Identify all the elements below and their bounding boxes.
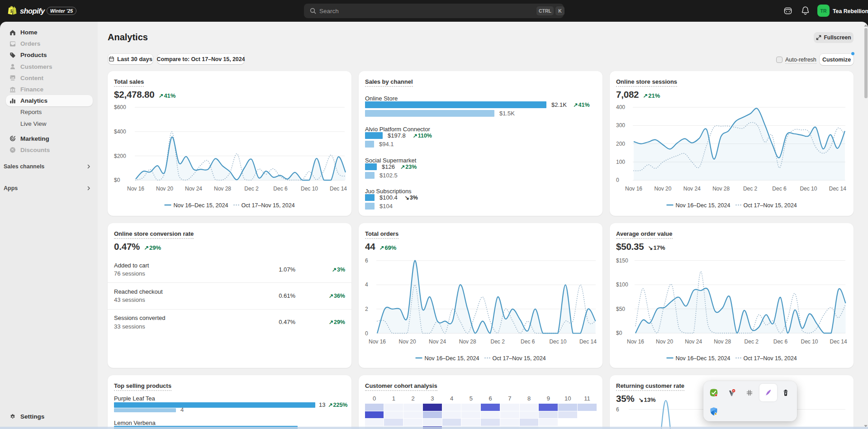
svg-text:Dec 2: Dec 2 — [491, 338, 505, 345]
svg-text:Dec 6: Dec 6 — [773, 338, 788, 345]
svg-text:$600: $600 — [114, 104, 126, 110]
svg-text:Nov 16: Nov 16 — [369, 338, 386, 345]
svg-text:Nov 20: Nov 20 — [654, 186, 671, 192]
svg-text:Nov 28: Nov 28 — [714, 338, 731, 345]
svg-text:Dec 10: Dec 10 — [301, 186, 318, 192]
svg-text:Dec 14: Dec 14 — [829, 186, 846, 192]
svg-text:Dec 6: Dec 6 — [521, 338, 535, 345]
svg-text:$100: $100 — [616, 281, 628, 288]
svg-text:0: 0 — [365, 330, 368, 337]
svg-text:200: 200 — [616, 141, 625, 147]
svg-text:Nov 20: Nov 20 — [399, 338, 416, 345]
svg-text:400: 400 — [616, 104, 625, 110]
svg-text:Nov 24: Nov 24 — [683, 186, 701, 192]
svg-text:Nov 16: Nov 16 — [627, 338, 644, 345]
svg-text:$150: $150 — [616, 257, 628, 264]
svg-text:2: 2 — [365, 306, 368, 312]
svg-text:Nov 24: Nov 24 — [685, 338, 702, 345]
svg-text:Dec 2: Dec 2 — [743, 186, 758, 192]
svg-text:Nov 28: Nov 28 — [459, 338, 476, 345]
svg-text:Nov 16–Dec 15, 2024: Nov 16–Dec 15, 2024 — [676, 202, 730, 209]
svg-text:0: 0 — [616, 177, 619, 183]
svg-text:Dec 14: Dec 14 — [579, 338, 597, 345]
svg-text:$400: $400 — [114, 129, 126, 135]
svg-text:Oct 17–Nov 15, 2024: Oct 17–Nov 15, 2024 — [493, 355, 546, 362]
svg-text:Nov 20: Nov 20 — [656, 338, 673, 345]
svg-text:Nov 24: Nov 24 — [429, 338, 446, 345]
svg-text:Nov 28: Nov 28 — [712, 186, 730, 192]
svg-text:Nov 16: Nov 16 — [127, 186, 144, 192]
svg-text:Dec 6: Dec 6 — [273, 186, 288, 192]
svg-text:100: 100 — [616, 159, 625, 165]
svg-text:Dec 6: Dec 6 — [772, 186, 787, 192]
svg-text:Nov 16: Nov 16 — [625, 186, 642, 192]
svg-text:Dec 14: Dec 14 — [830, 338, 847, 345]
svg-text:Dec 2: Dec 2 — [244, 186, 259, 192]
svg-text:Dec 10: Dec 10 — [801, 338, 818, 345]
svg-text:Nov 24: Nov 24 — [185, 186, 202, 192]
svg-text:300: 300 — [616, 122, 625, 129]
svg-text:Dec 2: Dec 2 — [745, 338, 759, 345]
svg-text:$200: $200 — [114, 153, 126, 159]
svg-text:Nov 28: Nov 28 — [214, 186, 231, 192]
svg-text:Oct 17–Nov 15, 2024: Oct 17–Nov 15, 2024 — [744, 202, 797, 209]
svg-text:Dec 10: Dec 10 — [800, 186, 817, 192]
svg-text:Oct 17–Nov 15, 2024: Oct 17–Nov 15, 2024 — [242, 202, 295, 209]
svg-text:6: 6 — [365, 257, 368, 264]
svg-text:6: 6 — [616, 406, 619, 413]
svg-text:Oct 17–Nov 15, 2024: Oct 17–Nov 15, 2024 — [744, 355, 797, 362]
svg-text:Nov 20: Nov 20 — [156, 186, 173, 192]
svg-text:Nov 16–Dec 15, 2024: Nov 16–Dec 15, 2024 — [676, 355, 730, 362]
svg-text:4: 4 — [365, 281, 368, 288]
svg-text:Nov 16–Dec 15, 2024: Nov 16–Dec 15, 2024 — [425, 355, 479, 362]
svg-text:Dec 10: Dec 10 — [549, 338, 566, 345]
svg-text:Dec 14: Dec 14 — [330, 186, 347, 192]
svg-text:$50: $50 — [616, 306, 625, 312]
svg-text:Nov 16–Dec 15, 2024: Nov 16–Dec 15, 2024 — [174, 202, 228, 209]
svg-text:$0: $0 — [114, 177, 120, 183]
svg-text:$0: $0 — [616, 330, 622, 336]
